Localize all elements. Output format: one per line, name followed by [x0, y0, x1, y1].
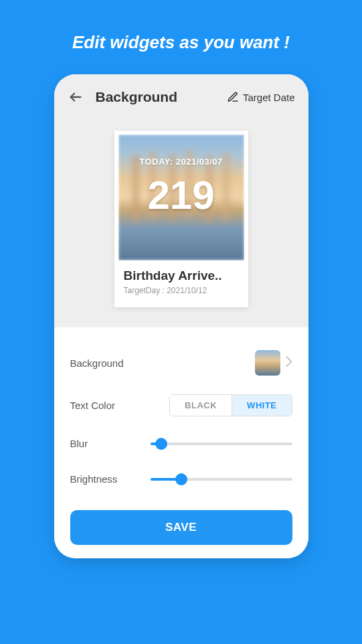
edit-icon	[227, 91, 239, 103]
text-color-label: Text Color	[70, 400, 170, 411]
brightness-row: Brightness	[70, 461, 292, 497]
blur-slider-thumb[interactable]	[155, 438, 167, 450]
save-button[interactable]: SAVE	[70, 510, 292, 545]
controls-panel: Background Text Color BLACK WHITE Blur	[54, 327, 308, 558]
header: Background Target Date	[54, 74, 308, 117]
text-color-white-button[interactable]: WHITE	[232, 395, 291, 416]
phone-frame: Background Target Date TODAY: 2021/03/07…	[54, 74, 308, 558]
blur-label: Blur	[70, 438, 151, 449]
background-row[interactable]: Background	[70, 341, 292, 385]
blur-slider[interactable]	[151, 442, 292, 445]
target-date-label: Target Date	[243, 92, 295, 103]
brightness-slider-thumb[interactable]	[175, 473, 187, 485]
text-color-row: Text Color BLACK WHITE	[70, 385, 292, 426]
target-date-button[interactable]: Target Date	[227, 91, 295, 103]
text-color-toggle: BLACK WHITE	[169, 394, 292, 416]
page-title: Background	[96, 89, 227, 105]
brightness-label: Brightness	[70, 473, 151, 485]
text-color-black-button[interactable]: BLACK	[170, 395, 232, 416]
background-thumbnail	[255, 350, 280, 376]
background-label: Background	[70, 357, 255, 369]
blur-row: Blur	[70, 426, 292, 461]
widget-subtitle: TargetDay : 2021/10/12	[118, 286, 244, 303]
preview-area: TODAY: 2021/03/07 219 Birthday Arrive.. …	[54, 117, 308, 327]
today-label: TODAY: 2021/03/07	[139, 157, 223, 167]
back-icon[interactable]	[68, 89, 84, 105]
widget-title: Birthday Arrive..	[118, 260, 244, 286]
widget-card: TODAY: 2021/03/07 219 Birthday Arrive.. …	[114, 131, 248, 307]
widget-image: TODAY: 2021/03/07 219	[118, 135, 244, 260]
countdown-number: 219	[147, 172, 214, 218]
promo-title: Edit widgets as you want !	[72, 32, 290, 53]
chevron-right-icon	[286, 356, 292, 370]
brightness-slider[interactable]	[151, 478, 292, 481]
